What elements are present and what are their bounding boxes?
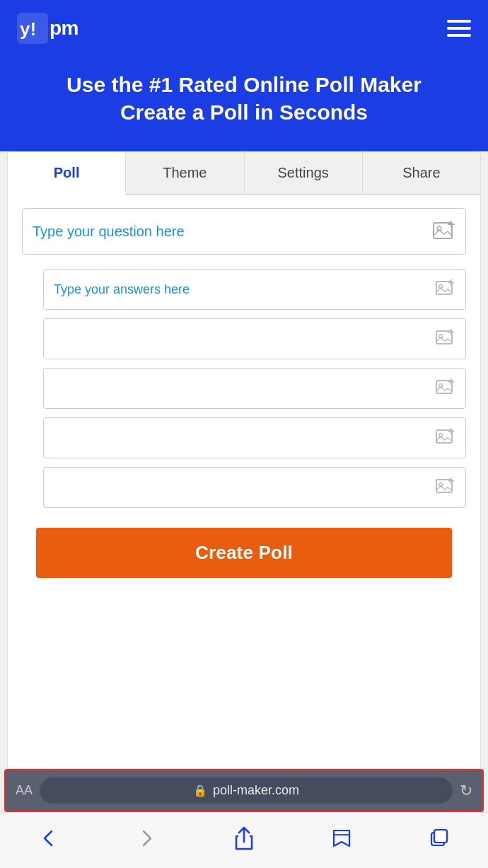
- answer-5-image-add-icon[interactable]: [436, 478, 455, 497]
- svg-text:y!: y!: [20, 18, 36, 40]
- answer-1-placeholder: Type your answers here: [54, 282, 436, 297]
- answer-1-image-add-icon[interactable]: [436, 279, 455, 299]
- hero-title: Use the #1 Rated Online Poll MakerCreate…: [28, 71, 460, 126]
- create-poll-button[interactable]: Create Poll: [36, 528, 452, 578]
- lock-icon: 🔒: [193, 784, 207, 797]
- hero-section: Use the #1 Rated Online Poll MakerCreate…: [0, 57, 488, 151]
- create-poll-wrapper: Create Poll: [22, 516, 466, 585]
- bookmarks-icon: [331, 828, 352, 849]
- logo-icon: y!: [17, 13, 48, 44]
- tab-share[interactable]: Share: [363, 152, 480, 194]
- back-icon: [39, 828, 59, 848]
- svg-rect-2: [434, 223, 452, 238]
- main-card: Poll Theme Settings Share Type your ques…: [7, 151, 481, 769]
- svg-rect-22: [436, 480, 452, 492]
- svg-rect-29: [434, 830, 447, 843]
- tab-poll[interactable]: Poll: [8, 152, 126, 195]
- answer-2-placeholder: [54, 332, 436, 347]
- browser-address-bar: AA 🔒 poll-maker.com ↻: [4, 769, 484, 812]
- answer-3-image-add-icon[interactable]: [436, 378, 455, 398]
- svg-rect-14: [436, 381, 452, 393]
- logo[interactable]: y! pm: [17, 13, 79, 44]
- question-placeholder: Type your question here: [33, 224, 433, 240]
- font-size-control[interactable]: AA: [16, 783, 33, 798]
- tab-settings[interactable]: Settings: [245, 152, 363, 194]
- bookmarks-button[interactable]: [326, 823, 357, 854]
- tab-bar: Poll Theme Settings Share: [8, 152, 480, 195]
- tab-poll-label: Poll: [54, 165, 80, 180]
- poll-form: Type your question here Type your answer…: [8, 195, 480, 598]
- bottom-navigation: [0, 812, 488, 868]
- tab-theme-label: Theme: [163, 165, 207, 180]
- forward-icon: [136, 828, 156, 848]
- tab-settings-label: Settings: [277, 165, 328, 180]
- answer-field-2[interactable]: [43, 318, 466, 359]
- answer-4-image-add-icon[interactable]: [436, 428, 455, 448]
- tabs-button[interactable]: [424, 823, 455, 854]
- answer-5-placeholder: [54, 480, 436, 495]
- share-icon: [234, 826, 254, 850]
- refresh-icon[interactable]: ↻: [460, 782, 472, 800]
- hamburger-line-2: [447, 27, 471, 30]
- answer-field-4[interactable]: [43, 417, 466, 458]
- svg-rect-18: [436, 430, 452, 443]
- answer-2-image-add-icon[interactable]: [436, 329, 455, 349]
- forward-button[interactable]: [131, 823, 162, 854]
- answer-field-3[interactable]: [43, 368, 466, 409]
- tab-share-label: Share: [402, 165, 440, 180]
- top-navigation: y! pm: [0, 0, 488, 57]
- tabs-icon: [429, 828, 450, 849]
- answers-section: Type your answers here: [22, 269, 466, 508]
- answer-field-5[interactable]: [43, 467, 466, 508]
- tab-theme[interactable]: Theme: [126, 152, 244, 194]
- question-image-add-icon[interactable]: [433, 220, 455, 243]
- url-text: poll-maker.com: [213, 783, 299, 798]
- menu-button[interactable]: [447, 20, 471, 37]
- url-field[interactable]: 🔒 poll-maker.com: [40, 777, 453, 804]
- share-button[interactable]: [228, 823, 260, 854]
- back-button[interactable]: [33, 823, 64, 854]
- svg-rect-6: [436, 282, 452, 294]
- logo-text: pm: [50, 17, 79, 40]
- svg-rect-10: [436, 331, 452, 344]
- hamburger-line-3: [447, 34, 471, 37]
- answer-field-1[interactable]: Type your answers here: [43, 269, 466, 310]
- answer-3-placeholder: [54, 381, 436, 396]
- answer-4-placeholder: [54, 431, 436, 446]
- hamburger-line-1: [447, 20, 471, 23]
- question-field[interactable]: Type your question here: [22, 208, 466, 255]
